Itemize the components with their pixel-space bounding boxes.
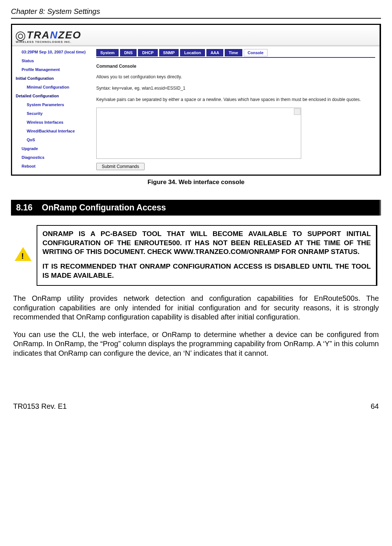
note-paragraph-1: ONRAMP IS A PC-BASED TOOL THAT WILL BECO… xyxy=(42,229,371,256)
submit-commands-button[interactable]: Submit Commands xyxy=(96,163,145,170)
logo-pre: TRA xyxy=(27,29,50,41)
tab-dhcp[interactable]: DHCP xyxy=(138,49,157,56)
sidebar-item-6[interactable]: System Parameters xyxy=(12,100,92,109)
sidebar-item-13[interactable]: Reboot xyxy=(12,162,92,171)
sidebar-item-9[interactable]: Wired/Backhaul Interface xyxy=(12,127,92,135)
sidebar-item-1[interactable]: Status xyxy=(12,56,92,65)
command-textarea[interactable] xyxy=(96,108,301,159)
tab-location[interactable]: Location xyxy=(180,49,205,56)
sidebar-item-2[interactable]: Profile Management xyxy=(12,65,92,74)
logo-swirl-icon xyxy=(16,31,25,41)
tab-underline xyxy=(96,57,375,58)
body-paragraph-1: The OnRamp utility provides network dete… xyxy=(13,294,379,322)
note-paragraph-2: IT IS RECOMMENDED THAT ONRAMP CONFIGURAT… xyxy=(42,262,371,280)
sidebar-item-10[interactable]: QoS xyxy=(12,135,92,144)
sidebar-item-5[interactable]: Detailed Configuration xyxy=(12,91,92,100)
sidebar-item-0[interactable]: 03:29PM Sep 10, 2007 (local time) xyxy=(12,48,92,56)
footer-left: TR0153 Rev. E1 xyxy=(13,402,67,411)
console-desc-1: Allows you to set configuration keys dir… xyxy=(96,74,375,80)
tab-aaa[interactable]: AAA xyxy=(206,49,223,56)
logo-text: TRANZEO xyxy=(27,29,81,41)
tab-snmp[interactable]: SNMP xyxy=(159,49,179,56)
logo-bar: TRANZEO WIRELESS TECHNOLOGIES INC. xyxy=(12,25,380,46)
page-footer: TR0153 Rev. E1 64 xyxy=(11,402,381,411)
sidebar-item-7[interactable]: Security xyxy=(12,109,92,118)
body-paragraph-2: You can use the CLI, the web interface, … xyxy=(13,330,379,358)
tab-system[interactable]: System xyxy=(96,49,119,56)
logo-subtitle: WIRELESS TECHNOLOGIES INC. xyxy=(16,40,71,44)
console-desc-2: Key/value pairs can be separated by eith… xyxy=(96,97,375,103)
sidebar-item-12[interactable]: Diagnostics xyxy=(12,153,92,162)
note-row: ONRAMP IS A PC-BASED TOOL THAT WILL BECO… xyxy=(15,225,377,286)
footer-right: 64 xyxy=(371,402,379,411)
console-title: Command Console xyxy=(96,64,375,69)
section-heading: 8.16 OnRamp Configuration Access xyxy=(11,200,381,216)
tab-time[interactable]: Time xyxy=(225,49,242,56)
logo-post: ZEO xyxy=(58,29,82,41)
tab-row: SystemDNSDHCPSNMPLocationAAATimeConsole xyxy=(96,49,375,56)
sidebar-item-11[interactable]: Upgrade xyxy=(12,144,92,153)
console-syntax: Syntax: key=value, eg. wlan1.essid=ESSID… xyxy=(96,85,375,91)
tab-dns[interactable]: DNS xyxy=(120,49,137,56)
logo-mid: N xyxy=(50,29,58,41)
main-area: SystemDNSDHCPSNMPLocationAAATimeConsole … xyxy=(92,46,380,175)
section-number: 8.16 xyxy=(16,203,33,212)
section-title: OnRamp Configuration Access xyxy=(42,203,166,212)
app-body: 03:29PM Sep 10, 2007 (local time)StatusP… xyxy=(12,46,380,175)
sidebar-item-3[interactable]: Initial Configuration xyxy=(12,74,92,83)
note-box: ONRAMP IS A PC-BASED TOOL THAT WILL BECO… xyxy=(37,225,377,286)
screenshot-frame: TRANZEO WIRELESS TECHNOLOGIES INC. 03:29… xyxy=(11,24,381,176)
logo: TRANZEO WIRELESS TECHNOLOGIES INC. xyxy=(16,29,81,44)
sidebar: 03:29PM Sep 10, 2007 (local time)StatusP… xyxy=(12,46,92,175)
warning-icon xyxy=(15,247,31,262)
tab-console[interactable]: Console xyxy=(244,49,268,56)
sidebar-item-8[interactable]: Wireless Interfaces xyxy=(12,118,92,127)
page-header: Chapter 8: System Settings xyxy=(11,7,381,19)
sidebar-item-4[interactable]: Minimal Configuration xyxy=(12,83,92,91)
figure-caption: Figure 34. Web interface console xyxy=(11,179,381,186)
